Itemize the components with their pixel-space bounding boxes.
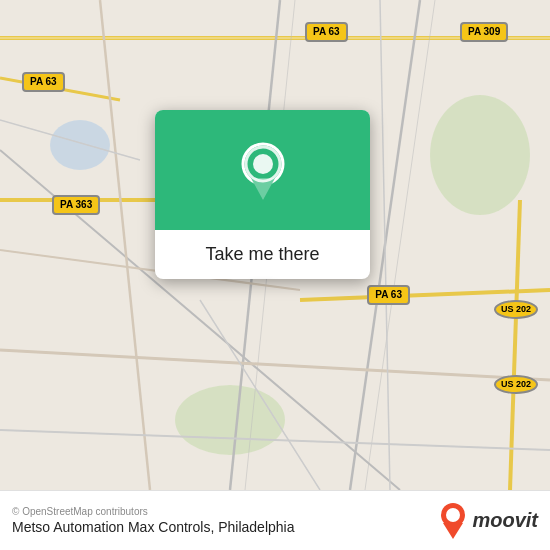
road-badge-pa63-right: PA 63: [367, 285, 410, 305]
popup-header: [155, 110, 370, 230]
bottom-bar: © OpenStreetMap contributors Metso Autom…: [0, 490, 550, 550]
svg-line-6: [510, 200, 520, 490]
svg-point-1: [175, 385, 285, 455]
moovit-icon: [438, 503, 468, 539]
svg-point-2: [50, 120, 110, 170]
osm-attribution: © OpenStreetMap contributors: [12, 506, 294, 517]
bottom-left: © OpenStreetMap contributors Metso Autom…: [12, 506, 294, 535]
svg-marker-28: [443, 523, 463, 539]
svg-line-18: [380, 0, 390, 490]
svg-point-22: [253, 154, 273, 174]
svg-point-0: [430, 95, 530, 215]
map-container: PA 63 PA 309 PA 63 PA 363 PA 63 US 202 U…: [0, 0, 550, 490]
road-badge-pa63-left: PA 63: [22, 72, 65, 92]
svg-line-5: [300, 290, 550, 300]
svg-line-15: [100, 0, 150, 490]
road-badge-pa63-top: PA 63: [305, 22, 348, 42]
location-name: Metso Automation Max Controls, Philadelp…: [12, 519, 294, 535]
road-badge-us202-bot: US 202: [494, 375, 538, 394]
svg-line-14: [0, 350, 550, 380]
location-pin-icon: [237, 140, 289, 200]
moovit-brand-text: moovit: [472, 509, 538, 532]
location-popup[interactable]: Take me there: [155, 110, 370, 279]
road-badge-pa309: PA 309: [460, 22, 508, 42]
svg-point-27: [446, 508, 460, 522]
road-badge-pa363: PA 363: [52, 195, 100, 215]
svg-line-12: [365, 0, 435, 490]
road-badge-us202-top: US 202: [494, 300, 538, 319]
popup-button[interactable]: Take me there: [185, 230, 339, 279]
moovit-logo[interactable]: moovit: [438, 503, 538, 539]
